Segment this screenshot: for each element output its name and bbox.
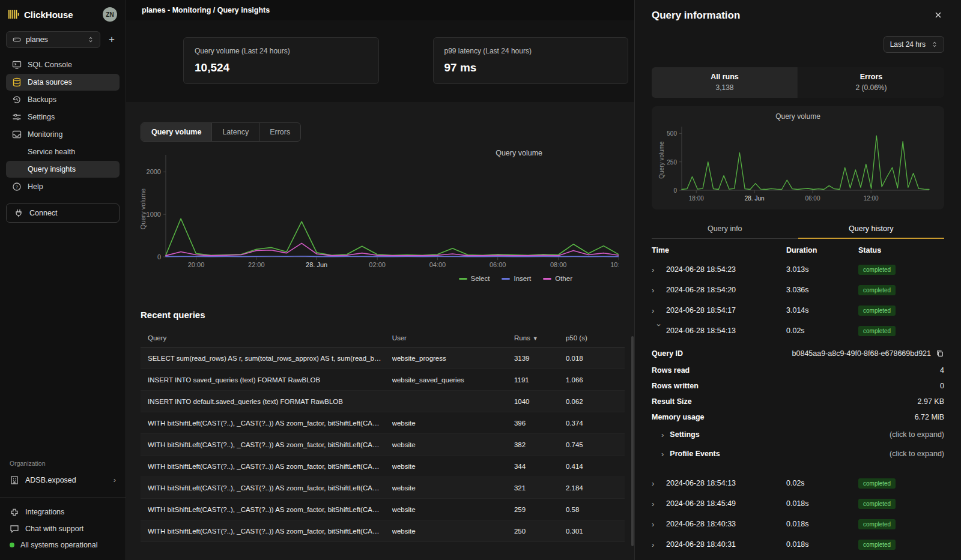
history-row[interactable]: › 2024-06-28 18:40:31 0.018s completed: [652, 534, 944, 555]
sidebar-item-settings[interactable]: Settings: [6, 109, 120, 125]
chevron-right-icon[interactable]: ›: [652, 520, 666, 528]
blank-icon: [12, 164, 22, 174]
time-range-select[interactable]: Last 24 hrs: [884, 36, 944, 53]
history-row-expanded[interactable]: › 2024-06-28 18:54:13 0.02s completed: [652, 321, 944, 341]
add-service-button[interactable]: +: [104, 32, 120, 47]
building-icon: [10, 475, 19, 485]
table-row[interactable]: INSERT INTO default.saved_queries (text)…: [141, 391, 625, 412]
history-row[interactable]: › 2024-06-28 18:54:20 3.036s completed: [652, 280, 944, 300]
query-details: Query ID b0845aa9-a8c9-49f0-8f68-e678669…: [652, 341, 944, 473]
chevron-right-icon: ›: [661, 450, 664, 458]
tab-query-history[interactable]: Query history: [798, 219, 945, 238]
logo-row: ClickHouse ZN: [6, 0, 120, 29]
svg-text:20:00: 20:00: [188, 261, 205, 268]
status-badge: completed: [858, 285, 896, 295]
mini-chart-y-axis-label: Query volume: [658, 136, 665, 184]
sidebar-item-sql-console[interactable]: SQL Console: [6, 56, 120, 73]
database-icon: [12, 77, 22, 87]
stat-value: 97 ms: [444, 61, 617, 74]
history-row[interactable]: › 2024-06-28 18:54:17 3.014s completed: [652, 300, 944, 321]
svg-text:10:00: 10:00: [610, 261, 619, 268]
table-row[interactable]: INSERT INTO saved_queries (text) FORMAT …: [141, 369, 625, 391]
sidebar-item-service-health[interactable]: Service health: [6, 143, 120, 160]
column-header-runs[interactable]: Runs▼: [514, 334, 566, 342]
main-chart: 01000200020:0022:0028. Jun02:0004:0006:0…: [131, 145, 623, 272]
sidebar-item-query-insights[interactable]: Query insights: [6, 161, 120, 178]
legend-mark-icon: [502, 278, 510, 280]
user-avatar[interactable]: ZN: [103, 7, 117, 22]
table-row[interactable]: WITH bitShiftLeft(CAST(?..), _CAST(?..))…: [141, 434, 625, 456]
tab-query-info[interactable]: Query info: [652, 219, 798, 238]
legend-mark-icon: [459, 278, 467, 280]
tab-query-volume[interactable]: Query volume: [141, 123, 211, 141]
legend-item[interactable]: Other: [543, 275, 572, 282]
sidebar-item-label: Help: [28, 182, 43, 191]
all-runs-segment[interactable]: All runs 3,138: [652, 67, 798, 98]
table-row[interactable]: SELECT sum(read_rows) AS r, sum(total_ro…: [141, 348, 625, 369]
main-scrollbar[interactable]: [631, 336, 634, 546]
footer-item-label: Integrations: [25, 508, 64, 516]
chevron-right-icon[interactable]: ›: [652, 266, 666, 274]
plug-icon: [14, 208, 23, 218]
table-row[interactable]: WITH bitShiftLeft(CAST(?..), _CAST(?..))…: [141, 499, 625, 520]
chat-support-item[interactable]: Chat with support: [10, 520, 116, 537]
history-row[interactable]: › 2024-06-28 18:54:23 3.013s completed: [652, 259, 944, 280]
chevron-right-icon[interactable]: ›: [652, 500, 666, 508]
organization-row[interactable]: ADSB.exposed ›: [6, 471, 120, 490]
history-row[interactable]: › 2024-06-28 18:40:33 0.018s completed: [652, 514, 944, 534]
chart-title: Query volume: [496, 149, 542, 157]
history-row[interactable]: › 2024-06-28 18:54:13 0.02s completed: [652, 473, 944, 493]
table-row[interactable]: WITH bitShiftLeft(CAST(?..), _CAST(?..))…: [141, 456, 625, 477]
chat-icon: [10, 524, 19, 534]
tab-errors[interactable]: Errors: [259, 123, 300, 141]
status-badge: completed: [858, 478, 896, 489]
profile-events-expander[interactable]: › Profile Events (click to expand): [652, 444, 944, 463]
table-row[interactable]: WITH bitShiftLeft(CAST(?..), _CAST(?..))…: [141, 412, 625, 434]
chevron-updown-icon: [88, 36, 94, 43]
history-header: Time Duration Status: [652, 239, 944, 259]
sidebar-item-data-sources[interactable]: Data sources: [6, 74, 120, 91]
column-header-query[interactable]: Query: [148, 334, 392, 342]
system-status-item[interactable]: All systems operational: [10, 537, 116, 553]
history-row[interactable]: › 2024-06-28 18:45:49 0.018s completed: [652, 493, 944, 514]
chevron-right-icon[interactable]: ›: [652, 286, 666, 294]
chevron-right-icon[interactable]: ›: [652, 307, 666, 315]
connect-button[interactable]: Connect: [6, 203, 120, 223]
close-icon[interactable]: [933, 10, 944, 21]
status-badge: completed: [858, 519, 896, 529]
restore-clock-icon: [12, 95, 22, 104]
column-header-p50[interactable]: p50 (s): [566, 334, 617, 342]
chevron-down-icon[interactable]: ›: [655, 324, 663, 338]
sidebar-item-backups[interactable]: Backups: [6, 91, 120, 108]
service-selector[interactable]: planes: [6, 31, 100, 48]
query-id-label: Query ID: [652, 349, 683, 358]
errors-segment[interactable]: Errors 2 (0.06%): [798, 67, 944, 98]
time-range-value: Last 24 hrs: [890, 40, 926, 49]
query-volume-stat-card: Query volume (Last 24 hours) 10,524: [183, 37, 379, 84]
integrations-item[interactable]: Integrations: [10, 504, 116, 520]
tab-latency[interactable]: Latency: [211, 123, 259, 141]
sidebar-item-label: Settings: [28, 113, 55, 121]
settings-expander[interactable]: › Settings (click to expand): [652, 425, 944, 444]
query-information-panel: Query information Last 24 hrs All runs 3…: [634, 0, 961, 560]
sidebar-item-monitoring[interactable]: Monitoring: [6, 126, 120, 143]
legend-item[interactable]: Select: [459, 275, 490, 282]
status-badge: completed: [858, 540, 896, 550]
table-row[interactable]: WITH bitShiftLeft(CAST(?..), _CAST(?..))…: [141, 520, 625, 542]
chevron-right-icon[interactable]: ›: [652, 541, 666, 549]
column-header-duration: Duration: [786, 246, 858, 254]
monitoring-icon: [12, 130, 22, 139]
sidebar-item-help[interactable]: ? Help: [6, 178, 120, 195]
status-label: All systems operational: [20, 541, 98, 549]
svg-text:04:00: 04:00: [429, 261, 446, 268]
svg-text:?: ?: [16, 184, 19, 190]
legend-item[interactable]: Insert: [502, 275, 531, 282]
column-header-user[interactable]: User: [392, 334, 514, 342]
svg-text:1000: 1000: [147, 211, 161, 218]
copy-icon[interactable]: [936, 349, 944, 358]
table-row[interactable]: WITH bitShiftLeft(CAST(?..), _CAST(?..))…: [141, 477, 625, 499]
stats-band: Query volume (Last 24 hours) 10,524 p99 …: [126, 20, 634, 102]
chevron-right-icon[interactable]: ›: [652, 480, 666, 487]
sidebar: ClickHouse ZN planes + SQL Console Data …: [0, 0, 126, 560]
recent-queries-title: Recent queries: [141, 310, 634, 320]
